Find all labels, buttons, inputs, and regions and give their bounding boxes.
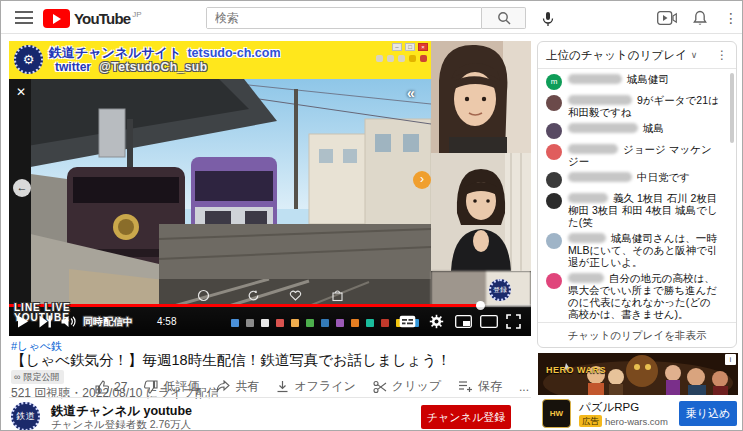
youtube-watch-page: YouTube JP ⋮ ⚙ 鉄道チャンネルサイトtetsudo-ch.com … (0, 0, 743, 431)
stream-close-icon: × (418, 43, 428, 51)
chat-message: 城島健司さんは、一時MLBにいて、そのあと阪神で引退が正しいよ。 (538, 230, 736, 270)
stream-taskbar-app-icon (246, 319, 254, 327)
save-button[interactable]: 保存 (458, 378, 502, 395)
chat-message: m城島健司 (538, 71, 736, 92)
stream-taskbar-app-icon (291, 319, 299, 327)
scissors-icon (373, 380, 387, 394)
subscribe-button[interactable]: チャンネル登録 (421, 405, 511, 429)
like-button[interactable]: 27 (95, 380, 127, 394)
hide-chat-replay-button[interactable]: チャットのリプレイを非表示 (538, 322, 736, 348)
miniplayer-button[interactable] (455, 315, 472, 328)
stream-taskbar-app-icon (381, 319, 389, 327)
create-video-icon (657, 11, 677, 25)
clip-label: クリップ (392, 378, 441, 395)
chat-message-body: 城島健司さんは、一時MLBにいて、そのあと阪神で引退が正しいよ。 (568, 232, 720, 268)
stream-taskbar-app-icon (261, 319, 269, 327)
video-player[interactable]: ⚙ 鉄道チャンネルサイトtetsudo-ch.com twitter@Tetsu… (9, 41, 531, 336)
chat-kebab-menu-icon[interactable]: ⋮ (716, 48, 728, 62)
slideshow-close-icon[interactable]: ✕ (16, 85, 26, 99)
fullscreen-button[interactable] (506, 314, 521, 329)
banner-twitter-label: twitter (55, 60, 91, 74)
hamburger-menu-icon[interactable] (15, 11, 33, 24)
ad-info-icon[interactable]: i (725, 354, 736, 365)
play-button[interactable] (17, 315, 29, 328)
dislike-button[interactable]: 低評価 (144, 378, 199, 395)
chat-message: ジョージ マッケンジー (538, 141, 736, 169)
kebab-menu-icon[interactable]: ⋮ (720, 7, 742, 29)
chat-message: 中日党です (538, 169, 736, 190)
link-icon: ∞ (14, 372, 20, 382)
chat-message-body: 城島 (568, 122, 664, 139)
stream-minimize-icon: – (392, 43, 402, 51)
chat-avatar[interactable] (546, 273, 562, 289)
offline-button[interactable]: オフライン (276, 378, 355, 395)
ad-cta-button[interactable]: 乗り込め (679, 401, 737, 426)
ad-title[interactable]: パズルRPG (579, 400, 639, 415)
chat-message: 義久 1枚目 石川 2枚目 柳田 3枚目 和田 4枚目 城島でした(笑 (538, 190, 736, 230)
more-actions-button[interactable]: ... (519, 380, 529, 394)
chevron-down-icon: ∨ (691, 50, 698, 60)
chat-message-list[interactable]: m城島健司9がギータで21は和田毅ですね城島ジョージ マッケンジー中日党です義久… (538, 69, 736, 322)
ad-banner-image[interactable]: HERO WARS i (538, 353, 738, 395)
chat-message-body: 城島健司 (568, 73, 669, 90)
clip-button[interactable]: クリップ (373, 378, 441, 395)
download-icon (276, 380, 289, 393)
stream-taskbar-app-icon (336, 319, 344, 327)
stream-browser-icons (376, 55, 427, 62)
chat-avatar[interactable] (546, 95, 562, 111)
chat-avatar[interactable] (546, 144, 562, 160)
chat-header[interactable]: 上位のチャットのリプレイ ∨ ⋮ (538, 42, 736, 69)
youtube-play-icon (43, 9, 70, 28)
theater-mode-button[interactable] (480, 315, 498, 328)
volume-button[interactable] (61, 315, 77, 328)
top-bar: YouTube JP ⋮ (1, 1, 742, 34)
dislike-label: 低評価 (163, 378, 199, 395)
stream-taskbar-app-icon (276, 319, 284, 327)
stream-slideshow-area: ⚙ 鉄道チャンネルサイトtetsudo-ch.com twitter@Tetsu… (9, 41, 431, 306)
unlisted-badge-label: 限定公開 (23, 371, 59, 384)
divider (9, 397, 531, 398)
train-photo (9, 79, 431, 306)
ad-domain: hero-wars.com (605, 416, 668, 427)
chat-avatar[interactable] (546, 193, 562, 209)
voice-search-button[interactable] (537, 8, 559, 30)
subtitles-button[interactable] (399, 315, 416, 328)
next-button[interactable] (39, 315, 52, 328)
chat-message-body: 自分の地元の高校は、県大会でいい所まで勝ち進んだのに代表になれなかった(どの高校… (568, 272, 720, 320)
chat-avatar[interactable] (546, 172, 562, 188)
like-count: 27 (114, 380, 127, 394)
channel-subscriber-count: チャンネル登録者数 2.76万人 (51, 418, 191, 431)
chat-scrollbar[interactable] (730, 73, 734, 143)
chat-avatar[interactable] (546, 233, 562, 249)
chat-header-title: 上位のチャットのリプレイ (546, 48, 687, 63)
chat-author-blurred (568, 233, 606, 243)
slideshow-collapse-icon[interactable]: « (407, 85, 415, 101)
ad-brand-text: HERO WARS (546, 365, 606, 375)
time-display: 4:58 (157, 316, 176, 327)
settings-button[interactable] (429, 314, 444, 329)
search-button[interactable] (482, 7, 526, 29)
chat-avatar[interactable] (546, 123, 562, 139)
channel-avatar[interactable]: 鉄道 (11, 402, 40, 431)
banner-site-url: tetsudo-ch.com (187, 46, 280, 60)
youtube-logo[interactable]: YouTube JP (43, 8, 142, 28)
notifications-button[interactable] (689, 7, 711, 29)
search-input[interactable] (207, 8, 481, 28)
channel-watermark[interactable]: 登録 (489, 279, 511, 301)
ad-logo[interactable]: HW (542, 399, 571, 428)
chat-message-body: 義久 1枚目 石川 2枚目 柳田 3枚目 和田 4枚目 城島でした(笑 (568, 192, 720, 228)
slideshow-prev-button[interactable]: ← (13, 179, 31, 197)
chat-avatar[interactable]: m (546, 74, 562, 90)
slideshow-next-button[interactable]: › (413, 171, 431, 189)
search-icon (497, 11, 511, 25)
create-video-button[interactable] (656, 7, 678, 29)
stream-site-banner: ⚙ 鉄道チャンネルサイトtetsudo-ch.com twitter@Tetsu… (9, 41, 431, 79)
share-button[interactable]: 共有 (216, 378, 259, 395)
webcam-top (431, 41, 531, 153)
search-box (206, 7, 482, 29)
save-playlist-icon (458, 380, 473, 393)
chat-author-blurred (568, 193, 608, 203)
chat-message-body: 9がギータで21は和田毅ですね (568, 94, 720, 118)
chat-author-blurred (568, 95, 632, 105)
chat-message-text: 城島 (643, 122, 664, 134)
